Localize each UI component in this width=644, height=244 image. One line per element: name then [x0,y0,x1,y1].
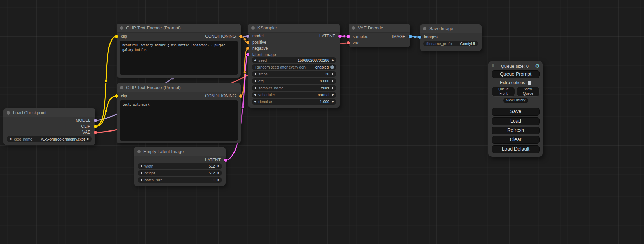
widget-height[interactable]: ◀ height 512 ▶ [138,170,222,176]
settings-gear-icon[interactable]: ⚙ [535,63,540,69]
input-port-clip[interactable] [115,94,118,98]
increment-arrow-icon[interactable]: ▶ [218,179,220,181]
increment-arrow-icon[interactable]: ▶ [332,73,334,75]
queue-size-label: Queue size: 0 [501,64,529,69]
node-title: VAE Decode [358,25,383,30]
queue-prompt-button[interactable]: Queue Prompt [492,70,540,78]
prompt-textarea[interactable]: beautiful scenery nature glass bottle la… [120,41,238,75]
decrement-arrow-icon[interactable]: ◀ [140,179,142,181]
input-port-samples[interactable] [347,35,350,38]
increment-arrow-icon[interactable]: ▶ [218,165,220,168]
collapse-dot-icon[interactable] [120,86,123,89]
input-port-negative[interactable] [246,47,249,50]
node-empty-latent-image[interactable]: Empty Latent Image LATENT ◀ width 512 ▶ … [134,147,226,186]
toggle-dot-icon[interactable] [330,65,334,69]
output-port-latent[interactable] [224,159,227,162]
widget-steps[interactable]: ◀ steps 20 ▶ [252,71,336,77]
widget-scheduler[interactable]: ◀ scheduler normal ▶ [252,92,336,98]
widget-cfg[interactable]: ◀ cfg 8.000 ▶ [252,78,336,84]
node-title-bar[interactable]: Save Image [420,24,482,33]
prompt-textarea[interactable]: text, watermark [120,100,238,141]
widget-value: v1-5-pruned-emaonly.ckpt [41,137,85,141]
node-title-bar[interactable]: CLIP Text Encode (Prompt) [117,24,241,33]
input-port-vae[interactable] [347,41,350,44]
clear-button[interactable]: Clear [492,136,540,144]
output-port-latent[interactable] [338,35,342,38]
increment-arrow-icon[interactable]: ▶ [332,93,334,96]
node-ksampler[interactable]: KSampler model positive negative latent_… [248,24,340,108]
decrement-arrow-icon[interactable]: ◀ [140,165,142,168]
node-clip-text-encode-negative[interactable]: CLIP Text Encode (Prompt) clip CONDITION… [117,83,241,143]
queue-panel[interactable]: ⠿ Queue size: 0 ⚙ Queue Prompt Extra opt… [488,61,543,157]
decrement-arrow-icon[interactable]: ◀ [254,87,256,89]
collapse-dot-icon[interactable] [120,26,123,30]
drag-handle-icon[interactable]: ⠿ [492,64,494,69]
node-vae-decode[interactable]: VAE Decode samples IMAGE vae [349,24,410,47]
increment-arrow-icon[interactable]: ▶ [218,172,220,174]
output-port-clip[interactable] [94,125,97,128]
input-port-model[interactable] [246,35,249,38]
widget-batch-size[interactable]: ◀ batch_size 1 ▶ [138,177,222,183]
output-port-conditioning[interactable] [239,94,242,98]
widget-filename-prefix[interactable]: filename_prefix ComfyUI [423,41,478,46]
collapse-dot-icon[interactable] [352,26,355,30]
output-port-conditioning[interactable] [239,35,242,38]
node-title-bar[interactable]: VAE Decode [349,24,410,33]
extra-options-checkbox[interactable] [528,81,531,85]
decrement-arrow-icon[interactable]: ◀ [254,80,256,82]
increment-arrow-icon[interactable]: ▶ [332,100,334,103]
view-queue-button[interactable]: View Queue [517,87,540,97]
node-load-checkpoint[interactable]: Load Checkpoint MODEL CLIP VAE ◀ ckpt_na… [3,108,95,145]
input-port-images[interactable] [418,36,421,39]
node-title-bar[interactable]: Load Checkpoint [3,108,95,117]
collapse-dot-icon[interactable] [7,111,10,115]
widget-name: denoise [258,100,272,104]
node-title-bar[interactable]: Empty Latent Image [134,147,226,156]
increment-arrow-icon[interactable]: ▶ [332,59,334,62]
link-midpoint-dot [243,71,246,74]
node-save-image[interactable]: Save Image images filename_prefix ComfyU… [420,24,482,51]
widget-seed[interactable]: ◀ seed 156680208700286 ▶ [252,57,336,63]
queue-panel-header: ⠿ Queue size: 0 ⚙ [492,63,540,69]
wire-clip-negative [96,96,117,126]
output-port-model[interactable] [94,119,97,122]
graph-canvas[interactable]: { "icons": { "drag_handle": "⠿", "gear":… [0,0,644,244]
increment-arrow-icon[interactable]: ▶ [332,80,334,82]
input-port-positive[interactable] [246,41,249,44]
input-port-clip[interactable] [115,35,118,38]
decrement-arrow-icon[interactable]: ◀ [9,138,11,141]
decrement-arrow-icon[interactable]: ◀ [140,172,142,174]
decrement-arrow-icon[interactable]: ◀ [254,93,256,96]
collapse-dot-icon[interactable] [423,27,426,30]
widget-sampler-name[interactable]: ◀ sampler_name euler ▶ [252,85,336,91]
queue-front-button[interactable]: Queue Front [492,87,515,97]
output-port-image[interactable] [409,35,412,38]
refresh-button[interactable]: Refresh [492,127,540,134]
node-title-bar[interactable]: KSampler [248,24,340,33]
widget-name: steps [258,72,267,76]
extra-options-row: Extra options [492,80,540,85]
widget-width[interactable]: ◀ width 512 ▶ [138,163,222,169]
output-label-conditioning: CONDITIONING [205,34,236,39]
decrement-arrow-icon[interactable]: ◀ [254,100,256,103]
widget-ckpt-name[interactable]: ◀ ckpt_name v1-5-pruned-emaonly.ckpt ▶ [7,136,92,142]
widget-name: sampler_name [258,86,284,90]
decrement-arrow-icon[interactable]: ◀ [254,59,256,62]
output-port-vae[interactable] [94,131,97,134]
input-port-latent-image[interactable] [246,53,249,56]
load-button[interactable]: Load [492,117,540,125]
load-default-button[interactable]: Load Default [492,145,540,153]
widget-denoise[interactable]: ◀ denoise 1.000 ▶ [252,99,336,105]
node-clip-text-encode-positive[interactable]: CLIP Text Encode (Prompt) clip CONDITION… [117,24,241,78]
widget-random-seed-toggle[interactable]: Random seed after every gen enabled [252,64,336,70]
save-button[interactable]: Save [492,108,540,116]
node-title-bar[interactable]: CLIP Text Encode (Prompt) [117,83,241,92]
widget-value: euler [321,86,329,90]
collapse-dot-icon[interactable] [251,26,255,30]
increment-arrow-icon[interactable]: ▶ [87,138,89,141]
output-label-model: MODEL [76,118,90,123]
collapse-dot-icon[interactable] [137,150,141,153]
view-history-button[interactable]: View History [503,98,528,103]
decrement-arrow-icon[interactable]: ◀ [254,73,256,75]
increment-arrow-icon[interactable]: ▶ [332,87,334,89]
